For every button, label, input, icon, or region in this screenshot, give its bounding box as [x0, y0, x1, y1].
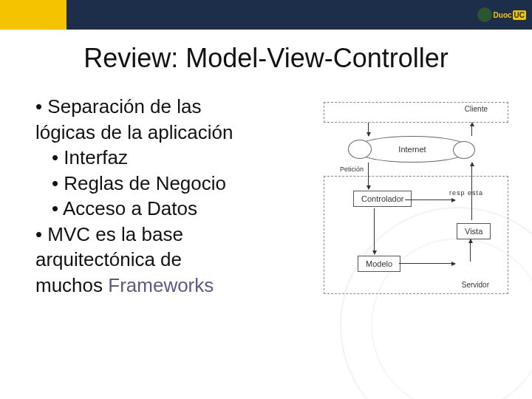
content-area: • Separación de las lógicas de la aplica…	[0, 95, 532, 301]
logo: Duoc UC	[477, 0, 526, 30]
internet-cloud: Internet	[353, 136, 471, 163]
bullet-item: muchos Frameworks	[35, 273, 301, 298]
header-bar: Duoc UC	[0, 0, 532, 30]
response-label: resp esta	[449, 189, 483, 197]
arrow-icon	[399, 263, 455, 264]
bullet-item: • MVC es la base	[35, 222, 301, 247]
bullet-subitem: • Reglas de Negocio	[35, 171, 301, 196]
controller-node: Controlador	[353, 191, 412, 207]
logo-icon	[477, 7, 492, 22]
arrow-icon	[374, 208, 375, 254]
model-node: Modelo	[358, 256, 400, 272]
arrow-icon	[368, 163, 369, 189]
bullet-subitem: • Interfaz	[35, 146, 301, 170]
server-label: Servidor	[462, 281, 489, 289]
view-node: Vista	[457, 223, 491, 239]
bullet-subitem: • Acceso a Datos	[35, 197, 301, 221]
arrow-icon	[405, 200, 455, 200]
bullet-list: • Separación de las lógicas de la aplica…	[35, 95, 301, 301]
bullet-item: lógicas de la aplicación	[35, 120, 301, 145]
arrow-icon	[471, 163, 472, 220]
client-label: Cliente	[465, 105, 488, 113]
logo-text-duoc: Duoc	[494, 11, 512, 19]
bullet-item: • Separación de las	[35, 95, 301, 119]
arrow-icon	[368, 123, 369, 136]
arrow-icon	[470, 239, 471, 262]
logo-text-uc: UC	[513, 10, 526, 20]
mvc-diagram: Cliente Internet Servidor Controlador Mo…	[301, 95, 517, 301]
internet-label: Internet	[398, 145, 426, 154]
framework-keyword: Frameworks	[108, 274, 214, 296]
slide-title: Review: Model-View-Controller	[0, 43, 532, 74]
arrow-icon	[471, 123, 472, 136]
header-accent	[0, 0, 66, 30]
request-label: Petición	[340, 166, 364, 173]
bullet-text: muchos	[35, 274, 108, 296]
bullet-item: arquitectónica de	[35, 248, 301, 272]
